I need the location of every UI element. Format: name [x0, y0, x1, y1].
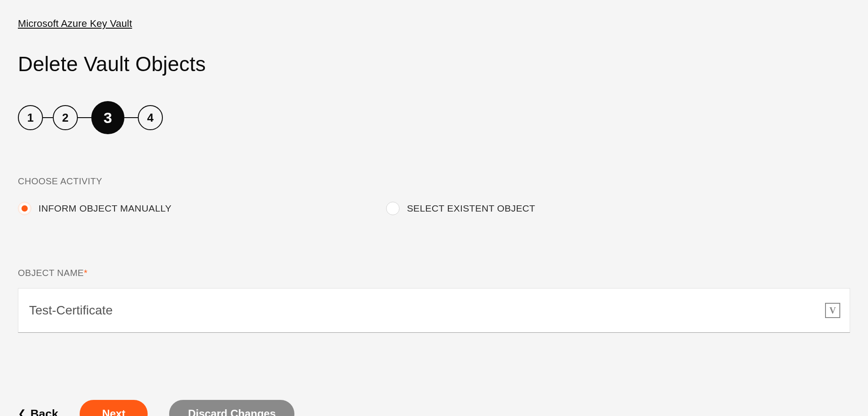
discard-changes-button[interactable]: Discard Changes — [169, 400, 294, 416]
step-4[interactable]: 4 — [138, 105, 163, 130]
object-name-label-text: OBJECT NAME — [18, 268, 84, 278]
radio-label: INFORM OBJECT MANUALLY — [38, 203, 171, 214]
stepper: 1 2 3 4 — [18, 101, 850, 134]
radio-button-icon — [386, 202, 400, 215]
page-title: Delete Vault Objects — [18, 52, 850, 76]
radio-select-existent[interactable]: SELECT EXISTENT OBJECT — [386, 202, 535, 215]
radio-dot-icon — [21, 205, 28, 212]
step-1[interactable]: 1 — [18, 105, 43, 130]
variable-icon[interactable]: V — [825, 303, 840, 318]
step-connector — [124, 117, 138, 119]
activity-radio-group: INFORM OBJECT MANUALLY SELECT EXISTENT O… — [18, 202, 850, 215]
radio-button-icon — [18, 202, 31, 215]
step-connector — [43, 117, 53, 119]
next-button[interactable]: Next — [80, 400, 148, 416]
step-connector — [78, 117, 91, 119]
required-asterisk: * — [84, 268, 87, 278]
object-name-input-wrapper: V — [18, 288, 850, 333]
button-row: ❮ Back Next Discard Changes — [18, 400, 850, 416]
back-button[interactable]: ❮ Back — [18, 407, 58, 416]
chevron-left-icon: ❮ — [18, 408, 26, 416]
object-name-input[interactable] — [18, 288, 850, 333]
step-3-active[interactable]: 3 — [91, 101, 124, 134]
radio-label: SELECT EXISTENT OBJECT — [407, 203, 535, 214]
breadcrumb-link[interactable]: Microsoft Azure Key Vault — [18, 18, 132, 29]
radio-inform-manually[interactable]: INFORM OBJECT MANUALLY — [18, 202, 171, 215]
back-button-label: Back — [30, 407, 58, 416]
object-name-label: OBJECT NAME* — [18, 268, 850, 278]
step-2[interactable]: 2 — [53, 105, 78, 130]
choose-activity-label: CHOOSE ACTIVITY — [18, 176, 850, 187]
